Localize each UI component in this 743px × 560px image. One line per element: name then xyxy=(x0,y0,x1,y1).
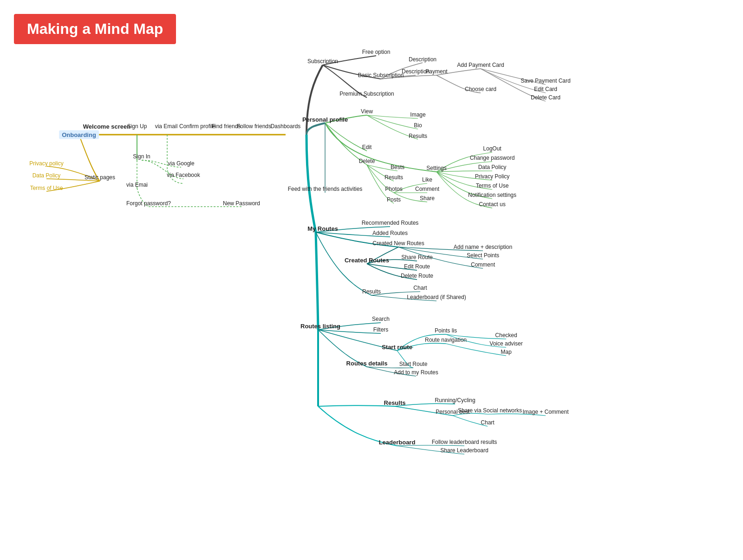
node-onboarding: Onboarding xyxy=(59,130,99,139)
node-added-routes: Added Routes xyxy=(372,230,408,236)
node-save-payment-card: Save Payment Card xyxy=(521,78,570,84)
node-choose-card: Choose card xyxy=(465,86,496,92)
node-routes-details: Routes details xyxy=(346,360,388,367)
node-results4: Results xyxy=(384,399,406,406)
node-feed: Feed with the friends activities xyxy=(288,186,363,192)
node-terms: Terms of Use xyxy=(476,182,509,189)
node-privacy-pol: Privacy Policy xyxy=(475,173,510,180)
node-add-payment-card: Add Payment Card xyxy=(457,62,504,68)
node-bio: Bio xyxy=(414,122,422,129)
node-delete-card: Delete Card xyxy=(531,94,561,101)
node-welcome: Welcome screen xyxy=(83,123,130,130)
node-running-cycling: Running/Cycling xyxy=(435,397,475,404)
node-delete-route: Delete Route xyxy=(401,273,433,279)
mind-map: Onboarding Welcome screen Sign Up via Em… xyxy=(0,0,743,560)
node-personal-profile: Personal profile xyxy=(302,116,348,123)
node-settings: Settings xyxy=(426,165,446,171)
connections-svg xyxy=(0,0,743,560)
node-forgot-password: Forgot password? xyxy=(126,200,171,207)
node-created-new: Created New Routes xyxy=(372,240,424,247)
node-data-pol: Data Policy xyxy=(478,164,507,170)
node-leaderboard: Leaderboard xyxy=(379,439,416,446)
node-recommended: Recommended Routes xyxy=(362,220,419,226)
node-share-route: Share Route xyxy=(401,254,432,260)
node-find-friends: Find friends xyxy=(212,123,241,130)
node-image: Image xyxy=(410,111,425,118)
node-chart2: Chart xyxy=(481,419,494,426)
node-edit: Edit xyxy=(362,144,372,150)
node-share-social: Share via Social networks xyxy=(458,407,522,414)
node-image-comment: Image + Comment xyxy=(522,409,568,415)
node-like: Like xyxy=(422,176,432,183)
node-via-email: via Email xyxy=(155,123,178,130)
node-notif: Notification settings xyxy=(468,192,516,198)
node-add-to-my: Add to my Routes xyxy=(394,369,438,376)
node-follow-friends: Follow friends xyxy=(237,123,271,130)
node-sign-in: Sign In xyxy=(133,153,150,160)
node-photos: Photos xyxy=(385,186,402,192)
node-results2: Results xyxy=(385,174,403,181)
node-view: View xyxy=(361,108,373,115)
node-map: Map xyxy=(501,349,511,355)
node-delete: Delete xyxy=(359,158,375,164)
node-search: Search xyxy=(372,316,390,322)
node-static-pages: Static pages xyxy=(85,174,115,181)
node-follow-lb: Follow leaderboard results xyxy=(432,439,497,445)
node-logout: LogOut xyxy=(483,145,501,152)
node-route-nav: Route navigation xyxy=(425,337,467,343)
node-start-route: Start route xyxy=(382,344,412,351)
node-select-points: Select Points xyxy=(467,252,499,259)
node-results3: Results xyxy=(362,288,381,295)
node-terms-of-use: Terms of Use xyxy=(30,185,63,191)
node-edit-route: Edit Route xyxy=(404,263,430,270)
node-subscription: Subscription xyxy=(307,58,338,65)
node-confirm-profile: Confirm profile xyxy=(179,123,215,130)
node-via-email2: via Emai xyxy=(126,182,148,188)
node-points-lis: Points lis xyxy=(435,327,457,334)
node-share-lb: Share Leaderboard xyxy=(440,447,488,454)
node-bests: Bests xyxy=(391,164,404,170)
node-via-google: via Google xyxy=(168,160,194,167)
node-privacy-policy: Privacy policy xyxy=(29,160,63,167)
node-filters: Filters xyxy=(373,326,389,333)
node-chart: Chart xyxy=(413,285,427,291)
node-data-policy: Data Policy xyxy=(33,172,61,179)
node-dashboards: Dashboards xyxy=(271,123,301,130)
node-results: Results xyxy=(409,133,427,139)
node-via-facebook: via Facebook xyxy=(167,172,200,178)
node-basic-sub: Basic Subscription xyxy=(358,72,404,78)
node-description: Description xyxy=(409,56,437,63)
node-start-route-btn: Start Route xyxy=(399,361,428,367)
node-voice-adviser: Voice adviser xyxy=(489,340,522,347)
node-edit-card: Edit Card xyxy=(534,86,557,92)
node-my-routes: My Routes xyxy=(307,225,338,232)
node-comment2: Comment xyxy=(471,261,495,268)
node-signup: Sign Up xyxy=(127,123,147,130)
node-share: Share xyxy=(420,195,435,202)
node-routes-listing: Routes listing xyxy=(300,323,340,330)
node-contact: Contact us xyxy=(479,201,505,208)
node-payment: Payment xyxy=(425,68,447,75)
node-new-password: New Password xyxy=(223,200,260,207)
node-leaderboard-shared: Leaderboard (if Shared) xyxy=(407,294,466,300)
node-premium-sub: Premium Subscription xyxy=(339,91,394,97)
node-posts: Posts xyxy=(387,196,401,203)
node-checked: Checked xyxy=(495,332,517,339)
node-created-routes: Created Routes xyxy=(345,257,389,264)
node-free-option: Free option xyxy=(362,49,391,55)
node-comment: Comment xyxy=(415,186,439,192)
node-change-pw: Change password xyxy=(470,155,515,161)
node-add-name: Add name + description xyxy=(454,244,512,250)
